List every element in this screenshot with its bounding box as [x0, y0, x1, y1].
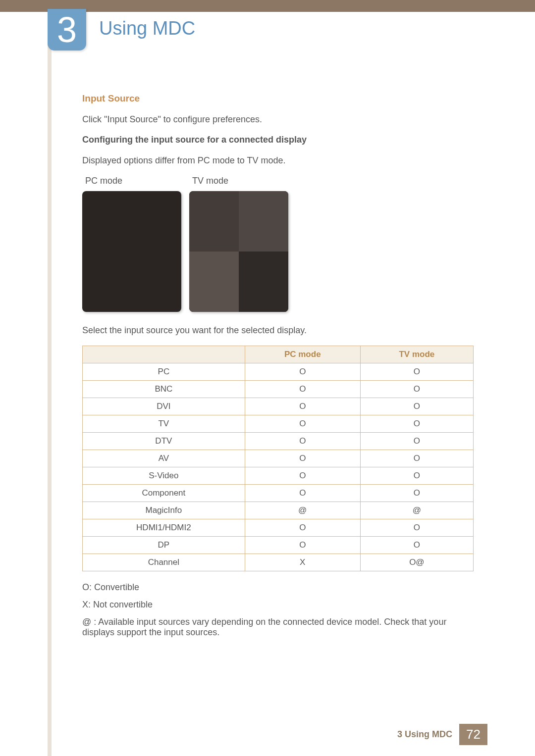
- table-cell: AV: [83, 450, 245, 467]
- table-cell: DP: [83, 537, 245, 554]
- table-cell: Channel: [83, 554, 245, 571]
- section-paragraph: Click "Input Source" to configure prefer…: [82, 113, 474, 126]
- table-row: HDMI1/HDMI2OO: [83, 519, 474, 537]
- left-rail: [48, 12, 52, 756]
- table-cell: O: [360, 467, 473, 485]
- table-row: BNCOO: [83, 381, 474, 398]
- table-cell: O: [245, 450, 360, 467]
- table-row: S-VideoOO: [83, 467, 474, 485]
- legend-o: O: Convertible: [82, 582, 474, 593]
- footer-chapter-label: 3 Using MDC: [397, 724, 459, 745]
- tv-mode-label: TV mode: [192, 176, 288, 186]
- pc-mode-column: PC mode: [82, 176, 181, 312]
- legend-at: @ : Available input sources vary dependi…: [82, 617, 474, 638]
- table-cell: DVI: [83, 398, 245, 415]
- pc-mode-screenshot: [82, 191, 181, 312]
- table-header-pc: PC mode: [245, 346, 360, 363]
- section-heading: Input Source: [82, 93, 474, 104]
- table-header-row: PC mode TV mode: [83, 346, 474, 363]
- table-cell: MagicInfo: [83, 502, 245, 519]
- table-cell: O: [245, 433, 360, 450]
- table-cell: O: [360, 450, 473, 467]
- table-cell: HDMI1/HDMI2: [83, 519, 245, 537]
- table-cell: PC: [83, 363, 245, 381]
- table-row: DPOO: [83, 537, 474, 554]
- table-cell: O: [360, 415, 473, 433]
- table-cell: Component: [83, 485, 245, 502]
- table-row: ChannelXO@: [83, 554, 474, 571]
- table-cell: O@: [360, 554, 473, 571]
- section-paragraph: Displayed options differ from PC mode to…: [82, 154, 474, 167]
- table-cell: @: [245, 502, 360, 519]
- footer-page-number: 72: [459, 724, 487, 745]
- table-cell: O: [360, 433, 473, 450]
- table-row: TVOO: [83, 415, 474, 433]
- table-cell: DTV: [83, 433, 245, 450]
- chapter-title: Using MDC: [99, 18, 195, 39]
- chapter-number-badge: 3: [48, 9, 86, 50]
- table-cell: O: [245, 363, 360, 381]
- table-row: MagicInfo@@: [83, 502, 474, 519]
- table-row: DVIOO: [83, 398, 474, 415]
- table-header-tv: TV mode: [360, 346, 473, 363]
- tv-mode-screenshot: [189, 191, 288, 312]
- table-cell: @: [360, 502, 473, 519]
- table-cell: O: [360, 485, 473, 502]
- mode-screenshots-row: PC mode TV mode: [82, 176, 474, 312]
- table-cell: O: [245, 537, 360, 554]
- table-row: DTVOO: [83, 433, 474, 450]
- table-row: ComponentOO: [83, 485, 474, 502]
- table-cell: O: [360, 363, 473, 381]
- table-cell: TV: [83, 415, 245, 433]
- table-cell: X: [245, 554, 360, 571]
- table-cell: O: [360, 519, 473, 537]
- input-source-table: PC mode TV mode PCOOBNCOODVIOOTVOODTVOOA…: [82, 346, 474, 571]
- table-cell: O: [360, 381, 473, 398]
- tv-mode-column: TV mode: [189, 176, 288, 312]
- table-cell: O: [245, 398, 360, 415]
- page-footer: 3 Using MDC 72: [397, 724, 487, 745]
- table-cell: O: [360, 537, 473, 554]
- page-content: Input Source Click "Input Source" to con…: [82, 93, 474, 645]
- legend-x: X: Not convertible: [82, 600, 474, 610]
- section-paragraph: Select the input source you want for the…: [82, 324, 474, 337]
- table-cell: O: [245, 467, 360, 485]
- table-row: PCOO: [83, 363, 474, 381]
- section-subheading: Configuring the input source for a conne…: [82, 135, 474, 145]
- table-cell: O: [360, 398, 473, 415]
- table-cell: BNC: [83, 381, 245, 398]
- pc-mode-label: PC mode: [85, 176, 181, 186]
- table-cell: O: [245, 381, 360, 398]
- table-cell: O: [245, 519, 360, 537]
- tv-mode-grid: [189, 191, 288, 312]
- table-cell: O: [245, 485, 360, 502]
- table-row: AVOO: [83, 450, 474, 467]
- table-cell: S-Video: [83, 467, 245, 485]
- table-header-blank: [83, 346, 245, 363]
- table-cell: O: [245, 415, 360, 433]
